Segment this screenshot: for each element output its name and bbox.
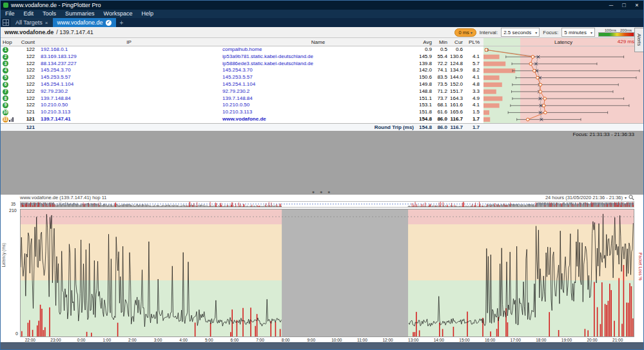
targets-grid-icon[interactable] — [3, 19, 9, 26]
x-axis-label: 23:00 — [47, 338, 64, 342]
hop-row[interactable]: 5122145.253.5.57145.253.5.57150.683.5144… — [1, 74, 643, 81]
zoom-icon[interactable] — [629, 195, 634, 200]
hop-cell: 6 — [1, 82, 16, 88]
header-ip[interactable]: IP — [38, 39, 220, 45]
hop-min: 68.1 — [434, 102, 450, 109]
focus-range-label: Focus: 21:31:33 - 21:36:33 — [572, 131, 634, 137]
splitter-handle[interactable]: ● ● ● — [312, 190, 333, 194]
hop-count: 122 — [16, 74, 38, 81]
hop-pl: 4.8 — [465, 81, 483, 88]
header-name[interactable]: Name — [220, 39, 416, 45]
hop-status-icon: 2 — [3, 54, 8, 60]
hop-row[interactable]: 6122145.254.1.104145.254.1.104149.873.51… — [1, 81, 643, 88]
interval-select[interactable]: 2.5 seconds ▾ — [501, 28, 540, 37]
hop-status-icon: 9 — [3, 102, 8, 108]
timeline-range-label[interactable]: 24 hours (31/05/2020 21:36 - 21:36) — [545, 195, 623, 200]
menu-help[interactable]: Help — [137, 10, 158, 18]
hop-row[interactable]: 212283.169.183.129ip53a9b781.static.kabe… — [1, 53, 643, 61]
tab-check-icon: ✓ — [106, 20, 112, 26]
menu-summaries[interactable]: Summaries — [61, 10, 99, 18]
menu-workspace[interactable]: Workspace — [99, 10, 137, 18]
hop-latency-cell — [483, 88, 643, 95]
hop-pl: 5.7 — [465, 61, 483, 68]
hop-cur: 116.7 — [450, 116, 465, 123]
x-axis-label: 15:00 — [456, 338, 473, 342]
header-avg[interactable]: Avg — [416, 39, 434, 45]
hop-ip: 92.79.230.2 — [38, 88, 220, 95]
latency-header-label: Latency — [554, 39, 572, 45]
x-axis-label: 17:00 — [507, 338, 524, 342]
hop-row[interactable]: 712292.79.230.292.79.230.2148.871.2151.7… — [1, 88, 643, 95]
header-count[interactable]: Count — [16, 39, 38, 45]
hop-count: 122 — [16, 81, 38, 88]
grid-header-row: Hop Count IP Name Avg Min Cur PL% Latenc… — [1, 38, 643, 46]
tab-active-label: www.vodafone.de — [57, 19, 103, 26]
chevron-down-icon[interactable]: ▾ — [625, 195, 627, 200]
hop-ip: 145.254.3.70 — [38, 67, 220, 74]
tab-bar: All Targets × www.vodafone.de ✓ + — [1, 18, 643, 27]
summary-cur: 116.7 — [450, 124, 465, 131]
hop-name: 145.254.3.70 — [220, 67, 416, 74]
hop-status-icon: 5 — [3, 75, 8, 81]
header-latency[interactable]: Latency 429 ms — [483, 38, 643, 46]
tab-all-targets[interactable]: All Targets × — [11, 18, 53, 27]
tab-close-icon[interactable]: × — [45, 20, 48, 26]
packet-loss-axis-title: Packet Loss % — [638, 253, 643, 280]
minimize-button[interactable]: ─ — [605, 1, 618, 10]
hop-row[interactable]: 1012110.210.3.11310.210.3.113151.861.616… — [1, 109, 643, 116]
chevron-down-icon: ▾ — [535, 30, 537, 35]
timeline-overview-strip[interactable] — [20, 201, 634, 208]
y-axis-title: Latency (ms) — [1, 243, 6, 267]
close-button[interactable]: × — [630, 1, 643, 10]
focus-select[interactable]: 5 minutes ▾ — [561, 28, 595, 37]
hop-row[interactable]: 8122139.7.148.84139.7.148.84151.173.7164… — [1, 95, 643, 102]
hop-pl: 4.9 — [465, 95, 483, 102]
hop-cur: 144.0 — [450, 74, 465, 81]
hop-cell: 2 — [1, 54, 16, 60]
hop-ip: 139.7.148.84 — [38, 95, 220, 102]
hop-min: 72.2 — [434, 61, 450, 68]
menu-tools[interactable]: Tools — [38, 10, 61, 18]
tab-active-target[interactable]: www.vodafone.de ✓ — [53, 18, 116, 27]
target-ip-path: / 139.7.147.41 — [56, 29, 93, 35]
x-axis-label: 19:00 — [558, 338, 575, 342]
header-hop[interactable]: Hop — [1, 39, 16, 45]
hop-cur: 164.3 — [450, 95, 465, 102]
header-cur[interactable]: Cur — [450, 39, 465, 45]
hop-avg: 142.0 — [416, 67, 434, 74]
hop-ip: 192.168.0.1 — [38, 46, 220, 53]
interval-value: 2.5 seconds — [503, 30, 531, 35]
x-axis-label: 12:00 — [380, 338, 396, 342]
header-pl[interactable]: PL% — [465, 39, 483, 45]
summary-pl: 1.7 — [465, 124, 483, 131]
latency-timeline-plot[interactable] — [20, 209, 634, 337]
hop-min: 71.2 — [434, 88, 450, 95]
hop-cur: 151.7 — [450, 88, 465, 95]
x-axis-label: 20:00 — [584, 338, 601, 342]
hop-min: 73.7 — [434, 95, 450, 102]
menu-edit[interactable]: Edit — [19, 10, 39, 18]
maximize-button[interactable]: □ — [618, 1, 630, 10]
hop-status-icon: 10 — [3, 110, 8, 115]
hop-min: 86.0 — [434, 116, 450, 123]
alerts-side-tab[interactable]: Alerts — [634, 28, 643, 52]
hop-row[interactable]: 912210.210.0.5010.210.0.50153.168.1161.6… — [1, 102, 643, 109]
hop-pl: 3.3 — [465, 88, 483, 95]
hop-cell: 4 — [1, 68, 16, 73]
x-axis-label: 9:00 — [303, 338, 320, 342]
hop-cell: 5 — [1, 75, 16, 81]
hop-min: 74.1 — [434, 67, 450, 74]
hop-row[interactable]: 11121139.7.147.41www.vodafone.de154.886.… — [1, 116, 643, 123]
hop-avg: 139.8 — [416, 61, 434, 68]
hop-count: 122 — [16, 53, 38, 61]
hop-row[interactable]: 1122192.168.0.1compalhub.home0.90.50.6 — [1, 46, 643, 53]
latency-scale-chip[interactable]: 0 ms ▾ — [454, 28, 476, 37]
new-tab-button[interactable]: + — [116, 18, 128, 27]
x-axis-label: 8:00 — [277, 338, 294, 342]
menu-file[interactable]: File — [1, 10, 19, 18]
header-min[interactable]: Min — [434, 39, 450, 45]
hop-cell: 8 — [1, 95, 16, 101]
hop-min: 83.5 — [434, 74, 450, 81]
hop-row[interactable]: 312288.134.237.227ip5886ede3.static.kabe… — [1, 61, 643, 68]
hop-row[interactable]: 4122145.254.3.70145.254.3.70142.074.1134… — [1, 67, 643, 74]
